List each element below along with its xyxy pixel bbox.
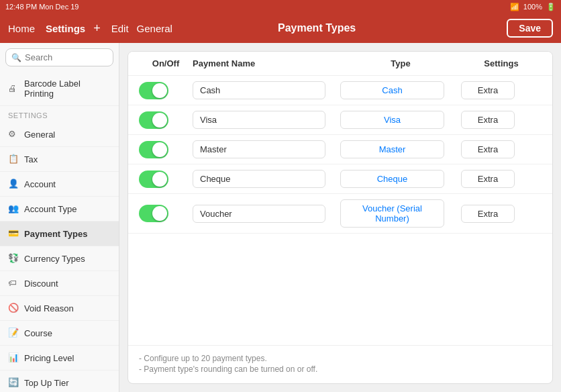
search-box[interactable]: 🔍 [5,48,113,66]
sidebar-section-settings: SETTINGS [0,106,119,122]
discount-icon: 🏷 [8,278,19,289]
extra-btn-voucher[interactable]: Extra [461,205,515,223]
sidebar-item-label: General [24,130,55,140]
footer-line-1: - Configure up to 20 payment types. [139,354,542,363]
sidebar-item-currency-types[interactable]: 💱 Currency Types [0,246,119,271]
main-layout: 🔍 🖨 Barcode Label Printing SETTINGS ⚙ Ge… [0,43,561,392]
sidebar-item-tax[interactable]: 📋 Tax [0,147,119,172]
general-icon: ⚙ [8,129,19,140]
course-icon: 📝 [8,328,19,338]
sidebar-item-label: Account [24,179,56,189]
tax-icon: 📋 [8,154,19,164]
sidebar-item-top-up-tier[interactable]: 🔄 Top Up Tier [0,371,119,392]
sidebar-item-label: Currency Types [24,254,85,264]
col-payment-name: Payment Name [193,58,340,68]
table-footer: - Configure up to 20 payment types. - Pa… [128,345,552,383]
toggle-cheque[interactable] [139,170,193,188]
table-body: Cash Extra Visa [128,76,552,345]
type-btn-master[interactable]: Master [340,140,444,158]
sidebar-item-label: Payment Types [24,229,87,239]
wifi-icon: 📶 [510,3,519,11]
sidebar-item-general[interactable]: ⚙ General [0,122,119,147]
edit-button[interactable]: Edit [111,23,129,34]
barcode-icon: 🖨 [8,83,19,94]
table-row: Master Extra [128,135,552,164]
battery-level: 100% [523,3,542,11]
content-area: On/Off Payment Name Type Settings Cash [119,43,561,392]
add-button[interactable]: + [93,21,101,36]
table-row: Cash Extra [128,76,552,105]
settings-link[interactable]: Settings [46,23,85,34]
sidebar-item-pricing-level[interactable]: 📊 Pricing Level [0,346,119,371]
toggle-visa[interactable] [139,111,193,129]
sidebar-item-barcode-label[interactable]: 🖨 Barcode Label Printing [0,72,119,106]
sidebar-item-label: Discount [24,279,58,289]
table-row: Visa Extra [128,105,552,135]
pricing-level-icon: 📊 [8,352,19,363]
sidebar-item-label: Tax [24,154,38,164]
payment-name-voucher[interactable] [193,205,325,223]
sidebar-item-void-reason[interactable]: 🚫 Void Reason [0,296,119,321]
currency-types-icon: 💱 [8,253,19,264]
table-header: On/Off Payment Name Type Settings [128,52,552,76]
search-input[interactable] [25,52,107,62]
sidebar-item-label: Account Type [24,204,77,214]
payment-types-card: On/Off Payment Name Type Settings Cash [128,51,553,384]
sidebar-item-label: Barcode Label Printing [24,79,111,99]
payment-name-cheque[interactable] [193,170,325,188]
toggle-voucher[interactable] [139,205,193,222]
footer-line-2: - Payment type's rounding can be turned … [139,364,542,374]
sidebar-item-label: Pricing Level [24,353,74,363]
sidebar-item-account-type[interactable]: 👥 Account Type [0,197,119,222]
home-link[interactable]: Home [8,23,35,34]
extra-btn-cheque[interactable]: Extra [461,170,515,188]
account-type-icon: 👥 [8,203,19,214]
status-time: 12:48 PM Mon Dec 19 [5,3,79,11]
col-settings: Settings [461,58,542,68]
col-onoff: On/Off [139,58,193,68]
sidebar-item-label: Top Up Tier [24,378,68,388]
payment-name-master[interactable] [193,140,325,158]
status-bar: 12:48 PM Mon Dec 19 📶 100% 🔋 [0,0,561,13]
page-title: Payment Types [181,22,453,34]
sidebar-item-label: Void Reason [24,303,74,313]
sidebar-item-course[interactable]: 📝 Course [0,321,119,346]
save-button[interactable]: Save [507,19,553,38]
type-btn-voucher[interactable]: Voucher (Serial Number) [340,199,444,228]
table-row: Cheque Extra [128,164,552,194]
payment-types-icon: 💳 [8,228,19,239]
account-icon: 👤 [8,179,19,189]
void-reason-icon: 🚫 [8,303,19,313]
col-type: Type [340,58,461,68]
toggle-master[interactable] [139,141,193,158]
sidebar: 🔍 🖨 Barcode Label Printing SETTINGS ⚙ Ge… [0,43,119,392]
header: Home Settings + Edit General Payment Typ… [0,13,561,43]
table-row: Voucher (Serial Number) Extra [128,194,552,234]
sidebar-item-discount[interactable]: 🏷 Discount [0,271,119,296]
search-icon: 🔍 [11,53,21,62]
extra-btn-cash[interactable]: Extra [461,81,515,99]
payment-name-visa[interactable] [193,111,325,129]
sidebar-item-payment-types[interactable]: 💳 Payment Types [0,222,119,246]
sidebar-item-label: Course [24,328,52,338]
extra-btn-master[interactable]: Extra [461,140,515,158]
battery-icon: 🔋 [546,3,556,11]
type-btn-cash[interactable]: Cash [340,81,444,99]
toggle-cash[interactable] [139,82,193,99]
type-btn-visa[interactable]: Visa [340,111,444,129]
payment-name-cash[interactable] [193,81,325,99]
extra-btn-visa[interactable]: Extra [461,111,515,129]
sidebar-item-account[interactable]: 👤 Account [0,172,119,197]
type-btn-cheque[interactable]: Cheque [340,170,444,188]
top-up-icon: 🔄 [8,377,19,388]
general-button[interactable]: General [137,23,172,34]
